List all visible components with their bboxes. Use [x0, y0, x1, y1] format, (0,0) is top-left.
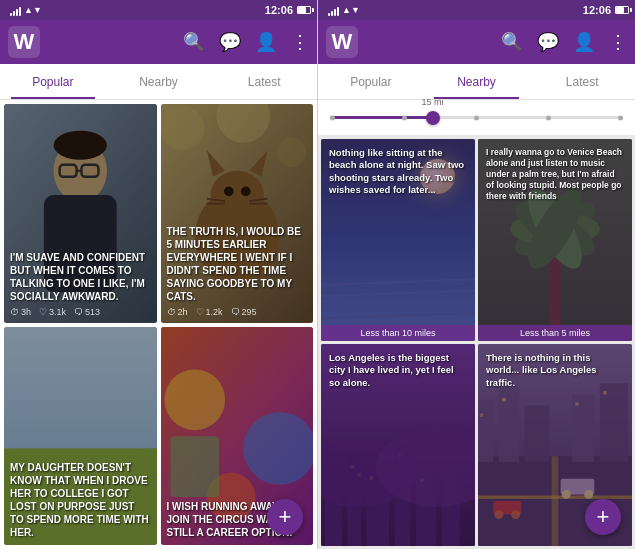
left-card-3[interactable]: My daughter doesn't know that when I dro…	[4, 327, 157, 546]
right-tabs: Popular Nearby Latest	[318, 64, 635, 100]
tab-latest-left[interactable]: Latest	[211, 64, 317, 99]
clock-icon: ⏱	[10, 307, 19, 317]
clock-icon-2: ⏱	[167, 307, 176, 317]
right-card-1[interactable]: Nothing like sitting at the beach alone …	[321, 139, 475, 341]
left-card-2-time: ⏱ 2h	[167, 307, 188, 317]
chat-icon[interactable]: 💬	[219, 31, 241, 53]
tab-latest-right[interactable]: Latest	[529, 64, 635, 99]
left-card-1-likes: ♡ 3.1k	[39, 307, 66, 317]
tab-nearby-right[interactable]: Nearby	[424, 64, 530, 99]
right-carrier-text: ▲▼	[342, 5, 360, 15]
right-time: 12:06	[583, 4, 611, 16]
right-card-1-distance: Less than 10 miles	[321, 325, 475, 341]
left-card-1-meta: ⏱ 3h ♡ 3.1k 🗨 513	[10, 307, 151, 317]
right-app-bar-icons: 🔍 💬 👤 ⋮	[501, 31, 627, 53]
left-card-2-likes: ♡ 1.2k	[196, 307, 223, 317]
left-card-1-overlay: I'm suave and confident but when it come…	[4, 104, 157, 323]
right-card-3-text: Los Angeles is the biggest city I have l…	[329, 352, 467, 389]
left-card-2-overlay: The truth is, I would be 5 minutes earli…	[161, 104, 314, 323]
right-card-4-text: There is nothing in this world... like L…	[486, 352, 624, 389]
left-app-bar: W 🔍 💬 👤 ⋮	[0, 20, 317, 64]
right-card-3-overlay: Los Angeles is the biggest city I have l…	[321, 344, 475, 546]
right-card-2[interactable]: I really wanna go to Venice Beach alone …	[478, 139, 632, 341]
carrier-text: ▲▼	[24, 5, 42, 15]
left-time: 12:06	[265, 4, 293, 16]
right-card-2-overlay: I really wanna go to Venice Beach alone …	[478, 139, 632, 341]
right-app-bar: W 🔍 💬 👤 ⋮	[318, 20, 635, 64]
slider-fill	[330, 116, 433, 119]
left-app-bar-icons: 🔍 💬 👤 ⋮	[183, 31, 309, 53]
slider-thumb[interactable]: 15 mi	[426, 111, 440, 125]
left-status-icons: ▲▼	[10, 5, 42, 16]
comment-icon: 🗨	[74, 307, 83, 317]
right-card-1-overlay: Nothing like sitting at the beach alone …	[321, 139, 475, 341]
right-status-bar: ▲▼ 12:06	[318, 0, 635, 20]
left-card-1[interactable]: I'm suave and confident but when it come…	[4, 104, 157, 323]
right-battery-icon	[615, 6, 629, 14]
left-card-1-text: I'm suave and confident but when it come…	[10, 251, 151, 303]
right-search-icon[interactable]: 🔍	[501, 31, 523, 53]
right-card-2-text: I really wanna go to Venice Beach alone …	[486, 147, 624, 202]
slider-value-label: 15 mi	[422, 97, 444, 107]
left-fab[interactable]: +	[267, 499, 303, 535]
left-card-2-text: The truth is, I would be 5 minutes earli…	[167, 225, 308, 303]
left-content-grid: I'm suave and confident but when it come…	[0, 100, 317, 549]
distance-slider-track[interactable]: 15 mi	[330, 116, 623, 119]
right-card-1-text: Nothing like sitting at the beach alone …	[329, 147, 467, 196]
heart-icon: ♡	[39, 307, 47, 317]
left-card-2[interactable]: The truth is, I would be 5 minutes earli…	[161, 104, 314, 323]
right-fab[interactable]: +	[585, 499, 621, 535]
right-chat-icon[interactable]: 💬	[537, 31, 559, 53]
left-status-bar: ▲▼ 12:06	[0, 0, 317, 20]
left-phone-panel: ▲▼ 12:06 W 🔍 💬 👤 ⋮ Popular Nearby Latest	[0, 0, 317, 549]
left-app-logo: W	[8, 26, 40, 58]
right-more-icon[interactable]: ⋮	[609, 31, 627, 53]
battery-icon	[297, 6, 311, 14]
right-card-2-distance: Less than 5 miles	[478, 325, 632, 341]
right-status-icons: ▲▼	[328, 5, 360, 16]
tab-popular-right[interactable]: Popular	[318, 64, 424, 99]
left-card-1-comments: 🗨 513	[74, 307, 100, 317]
left-card-3-overlay: My daughter doesn't know that when I dro…	[4, 327, 157, 546]
tab-nearby-left[interactable]: Nearby	[106, 64, 212, 99]
comment-icon-2: 🗨	[231, 307, 240, 317]
heart-icon-2: ♡	[196, 307, 204, 317]
right-content-grid: Nothing like sitting at the beach alone …	[318, 136, 635, 549]
more-icon[interactable]: ⋮	[291, 31, 309, 53]
right-profile-icon[interactable]: 👤	[573, 31, 595, 53]
left-card-3-text: My daughter doesn't know that when I dro…	[10, 461, 151, 539]
left-card-2-comments: 🗨 295	[231, 307, 257, 317]
search-icon[interactable]: 🔍	[183, 31, 205, 53]
distance-slider-area: 15 mi	[318, 100, 635, 136]
left-card-1-time: ⏱ 3h	[10, 307, 31, 317]
right-card-3[interactable]: Los Angeles is the biggest city I have l…	[321, 344, 475, 546]
right-app-logo: W	[326, 26, 358, 58]
right-signal-bars-icon	[328, 5, 339, 16]
left-tabs: Popular Nearby Latest	[0, 64, 317, 100]
left-card-2-meta: ⏱ 2h ♡ 1.2k 🗨 295	[167, 307, 308, 317]
profile-icon[interactable]: 👤	[255, 31, 277, 53]
tab-popular-left[interactable]: Popular	[0, 64, 106, 99]
right-phone-panel: ▲▼ 12:06 W 🔍 💬 👤 ⋮ Popular Nearby Latest	[318, 0, 635, 549]
signal-bars-icon	[10, 5, 21, 16]
